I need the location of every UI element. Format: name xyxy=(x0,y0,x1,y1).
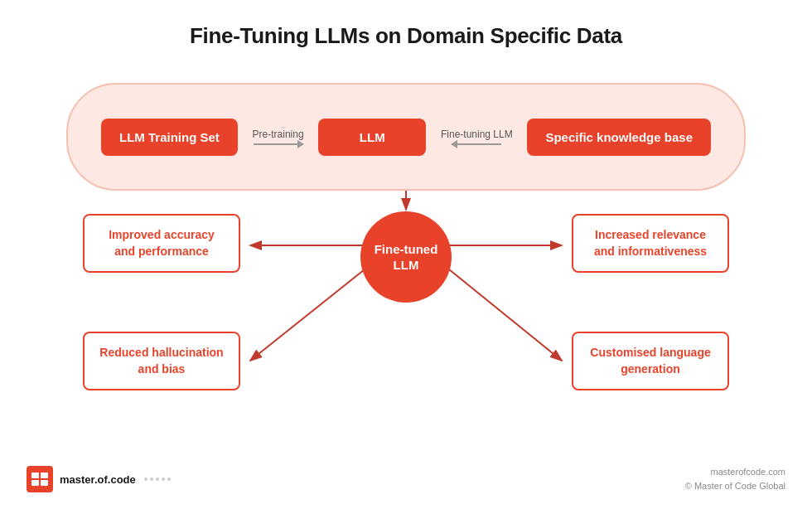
pre-training-arrow: Pre-training xyxy=(253,128,304,145)
footer-logo: master.of.code xyxy=(27,466,171,492)
top-container: LLM Training Set Pre-training LLM Fine-t… xyxy=(66,83,746,191)
arrow-left-icon xyxy=(452,143,501,145)
svg-rect-2 xyxy=(31,473,39,478)
customised-language-box: Customised language generation xyxy=(572,332,729,390)
svg-rect-4 xyxy=(31,480,39,486)
page-title: Fine-Tuning LLMs on Domain Specific Data xyxy=(0,0,812,64)
pre-training-label: Pre-training xyxy=(253,128,304,140)
logo-icon xyxy=(27,466,53,492)
footer-site: masterofcode.com xyxy=(685,465,785,480)
llm-box: LLM xyxy=(318,119,426,156)
footer-right: masterofcode.com © Master of Code Global xyxy=(685,465,785,494)
fine-tuned-llm-circle: Fine-tuned LLM xyxy=(360,211,452,303)
logo-svg xyxy=(31,471,48,487)
svg-rect-3 xyxy=(41,473,48,478)
increased-relevance-box: Increased relevance and informativeness xyxy=(572,214,729,273)
reduced-hallucination-box: Reduced hallucination and bias xyxy=(83,332,240,390)
footer: master.of.code masterofcode.com © Master… xyxy=(0,465,812,494)
center-to-customised-arrow xyxy=(449,269,562,361)
fine-tuning-arrow: Fine-tuning LLM xyxy=(441,128,513,145)
footer-copyright: © Master of Code Global xyxy=(685,479,785,494)
improved-accuracy-box: Improved accuracy and performance xyxy=(83,214,240,273)
logo-text: master.of.code xyxy=(60,473,136,486)
arrow-right-icon xyxy=(254,143,303,145)
center-to-hallucination-arrow xyxy=(250,269,365,361)
fine-tuning-label: Fine-tuning LLM xyxy=(441,128,513,140)
logo-dots xyxy=(144,477,171,481)
llm-training-set-box: LLM Training Set xyxy=(101,119,238,156)
svg-rect-5 xyxy=(41,480,48,486)
knowledge-base-box: Specific knowledge base xyxy=(527,119,711,156)
